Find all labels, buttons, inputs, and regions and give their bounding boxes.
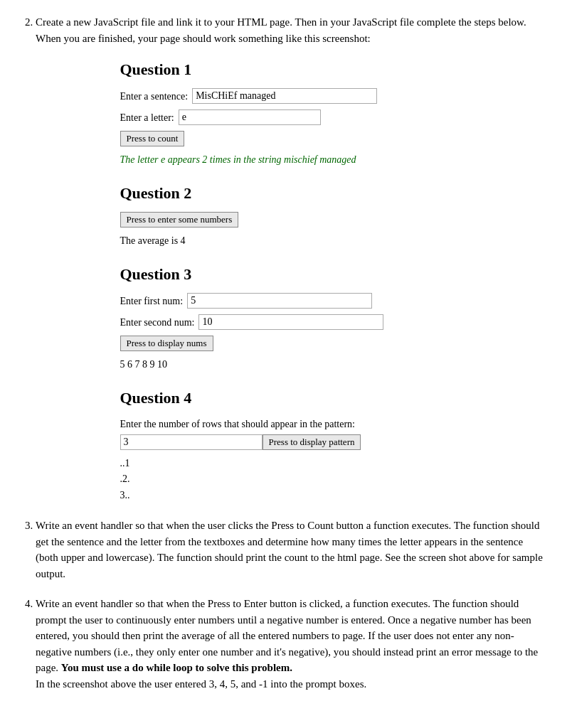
item-3-text: Write an event handler so that when the … [36, 520, 543, 579]
rows-label: Enter the number of rows that should app… [120, 417, 462, 432]
second-num-input[interactable] [198, 314, 383, 330]
press-to-display-pattern-button[interactable]: Press to display pattern [263, 434, 361, 450]
first-num-field-row: Enter first num: [120, 293, 462, 309]
question-1-title: Question 1 [120, 58, 462, 81]
sentence-field-row: Enter a sentence: [120, 88, 462, 104]
item-2-text: Create a new JavaScript file and link it… [36, 16, 526, 44]
question-1-section: Question 1 Enter a sentence: Enter a let… [120, 58, 462, 167]
rows-input[interactable] [120, 434, 263, 450]
q2-button-row: Press to enter some numbers [120, 212, 462, 228]
sentence-label: Enter a sentence: [120, 89, 189, 104]
first-num-input[interactable] [187, 293, 372, 309]
first-num-label: Enter first num: [120, 294, 184, 309]
question-4-section: Question 4 Enter the number of rows that… [120, 386, 462, 503]
item-4-text-part2: In the screenshot above the user entered… [36, 678, 366, 690]
letter-input[interactable] [179, 109, 321, 125]
q1-button-row: Press to count [120, 131, 462, 146]
q4-input-row: Press to display pattern [120, 434, 462, 450]
press-to-count-button[interactable]: Press to count [120, 131, 185, 146]
question-3-title: Question 3 [120, 262, 462, 286]
question-4-title: Question 4 [120, 386, 462, 410]
question-3-section: Question 3 Enter first num: Enter second… [120, 262, 462, 372]
pattern-line-2: .2. [120, 471, 462, 487]
question-2-section: Question 2 Press to enter some numbers T… [120, 181, 462, 248]
letter-field-row: Enter a letter: [120, 109, 462, 125]
screenshot-preview: Question 1 Enter a sentence: Enter a let… [120, 58, 462, 503]
pattern-line-1: ..1 [120, 456, 462, 471]
press-to-display-nums-button[interactable]: Press to display nums [120, 336, 213, 351]
second-num-field-row: Enter second num: [120, 314, 462, 330]
q3-result: 5 6 7 8 9 10 [120, 357, 462, 372]
sentence-input[interactable] [192, 88, 377, 104]
question-2-title: Question 2 [120, 181, 462, 205]
q2-result: The average is 4 [120, 233, 462, 248]
item-4-text-bold: You must use a do while loop to solve th… [61, 662, 292, 673]
pattern-line-3: 3.. [120, 488, 462, 503]
pattern-output: ..1 .2. 3.. [120, 456, 462, 503]
q1-result: The letter e appears 2 times in the stri… [120, 152, 462, 167]
letter-label: Enter a letter: [120, 110, 174, 125]
second-num-label: Enter second num: [120, 315, 195, 330]
press-to-enter-numbers-button[interactable]: Press to enter some numbers [120, 212, 239, 228]
q3-button-row: Press to display nums [120, 336, 462, 351]
